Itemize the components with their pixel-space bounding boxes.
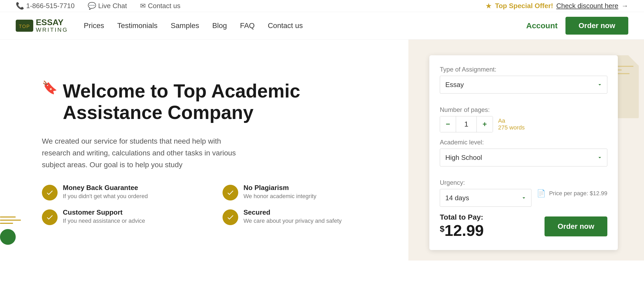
academic-label: Academic level:: [440, 139, 607, 146]
urgency-select[interactable]: 14 days 10 days 7 days 5 days 3 days 2 d…: [440, 189, 531, 207]
chat-icon: 💬: [88, 2, 96, 10]
live-chat-item[interactable]: 💬 Live Chat: [88, 2, 127, 10]
feature-1-text: Money Back Guarantee If you didn't get w…: [63, 184, 148, 200]
contact-us-item[interactable]: ✉ Contact us: [140, 2, 180, 10]
hero-description: We created our service for students that…: [42, 135, 251, 171]
special-offer-text: Top Special Offer!: [495, 2, 553, 10]
arrow-icon: →: [621, 2, 628, 10]
nav-right: Account Order now: [526, 17, 628, 35]
phone-number: 1-866-515-7710: [26, 2, 75, 10]
feature-2-text: No Plagiarism We honor academic integrit…: [243, 184, 316, 200]
hero-section: 🔖 Welcome to Top Academic Assistance Com…: [0, 40, 644, 261]
urgency-select-wrap: 14 days 10 days 7 days 5 days 3 days 2 d…: [440, 189, 531, 207]
pages-decrement-button[interactable]: −: [440, 116, 456, 132]
logo[interactable]: TOP ESSAY WRITING: [16, 18, 68, 33]
nav-contact[interactable]: Contact us: [268, 21, 303, 30]
feature-2-desc: We honor academic integrity: [243, 193, 316, 200]
top-bar: 📞 1-866-515-7710 💬 Live Chat ✉ Contact u…: [0, 0, 644, 12]
pages-section: Number of pages: − 1 + Aa 275 words: [440, 106, 607, 132]
assignment-select[interactable]: Essay Research Paper Term Paper Coursewo…: [440, 76, 607, 94]
order-now-button-nav[interactable]: Order now: [565, 17, 628, 35]
phone-icon: 📞: [16, 2, 24, 10]
feature-4-text: Secured We care about your privacy and s…: [243, 208, 342, 224]
deco-line-3: [0, 223, 13, 224]
feature-3-text: Customer Support If you need assistance …: [63, 208, 145, 224]
deco-left: [0, 216, 24, 245]
currency-symbol: $: [440, 224, 445, 234]
urgency-row: 14 days 10 days 7 days 5 days 3 days 2 d…: [440, 189, 607, 207]
deco-line-2: [0, 220, 21, 221]
assignment-label: Type of Assignment:: [440, 66, 607, 73]
feature-icon-3: [42, 209, 58, 225]
feature-icon-4: [223, 209, 238, 225]
document-icon: 📄: [537, 189, 546, 198]
logo-top-text: TOP: [19, 24, 30, 29]
contact-icon: ✉: [140, 2, 146, 10]
feature-customer-support: Customer Support If you need assistance …: [42, 208, 207, 225]
urgency-label: Urgency:: [440, 179, 607, 186]
order-form: Type of Assignment: Essay Research Paper…: [429, 55, 618, 250]
nav-samples[interactable]: Samples: [171, 21, 199, 30]
navbar: TOP ESSAY WRITING Prices Testimonials Sa…: [0, 12, 644, 40]
live-chat-label: Live Chat: [98, 2, 127, 10]
feature-secured: Secured We care about your privacy and s…: [223, 208, 387, 225]
pages-label: Number of pages:: [440, 106, 607, 113]
total-row: Total to Pay: $12.99 Order now: [440, 213, 607, 240]
urgency-section: Urgency: 14 days 10 days 7 days 5 days 3…: [440, 179, 607, 207]
star-icon: ★: [485, 2, 492, 10]
feature-4-desc: We care about your privacy and safety: [243, 218, 342, 224]
nav-testimonials[interactable]: Testimonials: [117, 21, 158, 30]
words-label: Aa: [498, 117, 525, 124]
feature-4-title: Secured: [243, 208, 342, 216]
pages-row: − 1 + Aa 275 words: [440, 116, 607, 132]
pages-value: 1: [456, 116, 477, 132]
pages-counter: − 1 +: [440, 116, 493, 132]
feature-3-title: Customer Support: [63, 208, 145, 216]
nav-blog[interactable]: Blog: [212, 21, 227, 30]
total-price: $12.99: [440, 221, 484, 240]
logo-essay: ESSAY: [36, 18, 68, 26]
pages-increment-button[interactable]: +: [477, 116, 492, 132]
academic-select[interactable]: High School Undergraduate Master's Docto…: [440, 149, 607, 166]
hero-title: Welcome to Top Academic Assistance Compa…: [63, 80, 387, 124]
total-info: Total to Pay: $12.99: [440, 213, 484, 240]
nav-links: Prices Testimonials Samples Blog FAQ Con…: [84, 21, 526, 30]
hero-right: Type of Assignment: Essay Research Paper…: [408, 40, 644, 261]
order-now-button-form[interactable]: Order now: [545, 216, 607, 236]
feature-2-title: No Plagiarism: [243, 184, 316, 192]
words-info: Aa 275 words: [498, 117, 525, 131]
feature-3-desc: If you need assistance or advice: [63, 218, 145, 224]
features-grid: Money Back Guarantee If you didn't get w…: [42, 184, 387, 225]
logo-writing: WRITING: [36, 26, 68, 33]
price-value: 12.99: [445, 222, 484, 239]
check-discount-text[interactable]: Check discount here: [556, 2, 618, 10]
nav-prices[interactable]: Prices: [84, 21, 104, 30]
feature-money-back: Money Back Guarantee If you didn't get w…: [42, 184, 207, 200]
deco-line-1: [0, 216, 16, 218]
deco-paper-corner: [628, 55, 639, 66]
hero-left: 🔖 Welcome to Top Academic Assistance Com…: [0, 40, 408, 261]
nav-faq[interactable]: FAQ: [240, 21, 255, 30]
feature-1-desc: If you didn't get what you ordered: [63, 193, 148, 200]
account-link[interactable]: Account: [526, 21, 558, 30]
contact-us-label: Contact us: [148, 2, 180, 10]
top-bar-left: 📞 1-866-515-7710 💬 Live Chat ✉ Contact u…: [16, 2, 180, 10]
academic-section: Academic level: High School Undergraduat…: [440, 139, 607, 173]
logo-box: TOP: [16, 20, 33, 32]
phone-item[interactable]: 📞 1-866-515-7710: [16, 2, 75, 10]
total-label: Total to Pay:: [440, 213, 484, 221]
feature-no-plagiarism: No Plagiarism We honor academic integrit…: [223, 184, 387, 200]
deco-circle: [0, 229, 16, 245]
price-per-page: 📄 Price per page: $12.99: [537, 189, 607, 198]
assignment-type-section: Type of Assignment: Essay Research Paper…: [440, 66, 607, 100]
feature-icon-1: [42, 185, 58, 200]
feature-1-title: Money Back Guarantee: [63, 184, 148, 192]
bookmark-icon: 🔖: [42, 80, 58, 95]
price-per-page-text: Price per page: $12.99: [549, 190, 607, 197]
feature-icon-2: [223, 185, 238, 200]
logo-text: ESSAY WRITING: [36, 18, 68, 33]
words-value: 275 words: [498, 124, 525, 131]
top-bar-right: ★ Top Special Offer! Check discount here…: [485, 2, 628, 10]
